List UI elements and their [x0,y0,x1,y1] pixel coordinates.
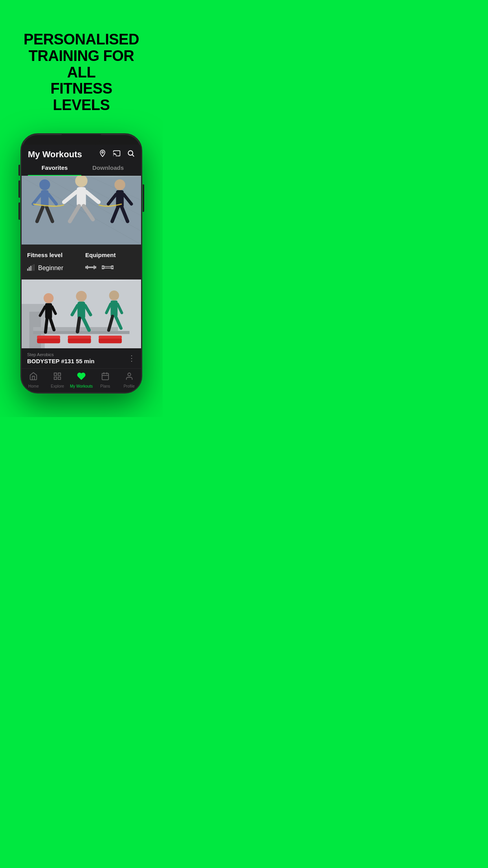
nav-label-plans: Plans [100,384,110,388]
svg-point-19 [114,179,125,190]
svg-rect-29 [33,264,35,271]
volume-down-button-2 [18,202,20,220]
svg-rect-71 [102,373,109,380]
svg-rect-28 [32,265,33,271]
equipment-icons [85,264,136,272]
nav-label-explore: Explore [51,384,64,388]
svg-rect-62 [111,300,118,316]
svg-point-61 [109,291,119,300]
fitness-level-col: Fitness level [27,252,77,272]
app-header: My Workouts [22,145,141,160]
svg-point-55 [76,291,86,302]
svg-rect-46 [68,336,91,339]
tab-downloads[interactable]: Downloads [81,164,135,176]
tab-favorites[interactable]: Favorites [28,164,81,176]
svg-rect-45 [68,338,91,344]
bar-chart-icon [27,264,35,272]
phone-wrapper: My Workouts [20,133,142,417]
hero-title: PERSONALISED TRAINING FOR ALL FITNESS LE… [12,16,151,125]
tabs-bar: Favorites Downloads [22,160,141,176]
nav-item-home[interactable]: Home [22,372,46,388]
nav-item-plans[interactable]: Plans [93,372,117,388]
svg-point-49 [44,293,53,303]
svg-rect-31 [87,265,88,269]
svg-rect-69 [54,377,57,379]
app-title: My Workouts [28,149,82,160]
phone-frame: My Workouts [20,133,142,394]
beginner-text: Beginner [38,265,63,272]
header-icons-group [99,149,135,159]
phone-notch [62,134,101,145]
svg-rect-48 [99,336,122,339]
cast-icon[interactable] [113,149,121,159]
svg-rect-50 [45,303,52,318]
info-card-overlay: Fitness level [21,245,142,280]
svg-rect-25 [27,268,28,271]
nav-label-profile: Profile [123,384,134,388]
nav-item-my-workouts[interactable]: My Workouts [70,372,94,388]
workout-card-1[interactable]: 43min [22,176,141,245]
svg-rect-41 [33,331,129,334]
info-card-content: Fitness level [27,252,136,272]
band-icon [102,264,114,272]
home-icon [29,372,38,383]
location-pin-icon[interactable] [99,149,106,159]
workout-card-2[interactable]: 53min [22,280,141,368]
person-icon [125,372,134,383]
grid-icon [53,372,62,383]
svg-line-53 [46,318,47,332]
phone-screen: My Workouts [22,145,141,392]
svg-rect-56 [77,302,85,318]
svg-rect-33 [94,265,95,269]
svg-line-59 [77,318,79,331]
fitness-level-label: Fitness level [27,252,77,258]
heart-icon [77,372,86,383]
svg-rect-68 [58,373,61,375]
workout-info-2: Step Aerobics BODYSTEP #131 55 min ⋮ [22,348,141,368]
workout-name: BODYSTEP #131 55 min [27,358,128,364]
nav-label-home: Home [28,384,39,388]
svg-rect-47 [99,338,122,344]
calendar-icon [101,372,110,383]
nav-item-profile[interactable]: Profile [117,372,141,388]
svg-rect-26 [29,267,30,271]
nav-item-explore[interactable]: Explore [46,372,70,388]
nav-label-my-workouts: My Workouts [70,384,93,388]
svg-rect-43 [37,338,60,344]
fitness-level-value: Beginner [27,264,77,272]
equipment-label: Equipment [85,252,136,258]
svg-point-0 [102,152,103,153]
equipment-col: Equipment [77,252,136,272]
volume-up-button [18,165,20,176]
svg-rect-35 [102,267,114,268]
svg-rect-14 [77,187,86,206]
svg-rect-27 [30,266,31,271]
hero-section: PERSONALISED TRAINING FOR ALL FITNESS LE… [0,0,163,133]
power-button [143,184,144,212]
svg-rect-67 [54,373,57,375]
bottom-nav: Home Explore [22,368,141,392]
volume-down-button-1 [18,180,20,198]
svg-rect-30 [85,266,87,268]
workout-category: Step Aerobics [27,352,128,357]
svg-rect-44 [37,336,60,339]
svg-rect-70 [58,377,61,379]
svg-rect-34 [95,266,96,268]
svg-point-7 [39,179,50,190]
workout-meta-2: Step Aerobics BODYSTEP #131 55 min [27,352,128,364]
search-icon[interactable] [127,149,135,159]
svg-rect-32 [88,267,94,268]
more-options-icon[interactable]: ⋮ [128,353,136,363]
svg-point-75 [128,373,130,376]
dumbbell-icon [85,264,96,272]
